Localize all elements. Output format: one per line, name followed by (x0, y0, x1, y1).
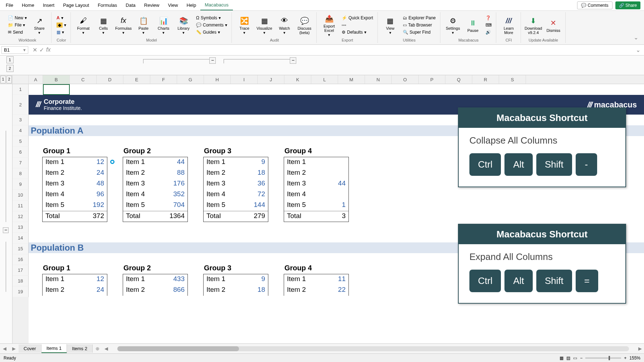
download-button[interactable]: ⬇Download v9.2.4 (525, 15, 542, 35)
col-E[interactable]: E (123, 75, 150, 84)
row-17[interactable]: 17 (13, 265, 29, 276)
paste-button[interactable]: 📋Paste▾ (135, 15, 152, 35)
dismiss-button[interactable]: ✕Dismiss (545, 18, 562, 33)
col-K[interactable]: K (284, 75, 311, 84)
col-P[interactable]: P (419, 75, 445, 84)
export-excel-button[interactable]: 📤Export Excel▾ (320, 13, 338, 37)
cells-button[interactable]: ▦Cells▾ (94, 15, 112, 35)
hscroll-right[interactable]: ▶ (636, 346, 644, 351)
col-D[interactable]: D (97, 75, 123, 84)
outline-collapse-1[interactable]: − (209, 57, 216, 64)
row-13[interactable]: 13 (13, 222, 29, 233)
send-button[interactable]: ✉ Send (6, 29, 28, 35)
tab-nav-next[interactable]: ▶ (9, 346, 19, 351)
explorer-pane[interactable]: 🗂 Explorer Pane (401, 15, 437, 21)
ribbon-collapse-icon[interactable]: ⌄ (631, 32, 640, 43)
formula-input[interactable] (53, 47, 632, 53)
row-ol-2[interactable]: 2 (6, 76, 12, 83)
row-12[interactable]: 12 (13, 211, 29, 222)
visualize-button[interactable]: ▦Visualize▾ (255, 15, 273, 35)
row-ol-collapse[interactable]: − (3, 227, 9, 233)
zoom-out-icon[interactable]: − (580, 356, 582, 361)
col-A[interactable]: A (29, 75, 43, 84)
comments-button[interactable]: 💬 Comments (577, 1, 612, 9)
help-icon[interactable]: ❓ (484, 15, 493, 21)
guides-button[interactable]: 📏 Guides ▾ (195, 29, 229, 35)
horizontal-scrollbar[interactable] (117, 346, 629, 351)
col-I[interactable]: I (231, 75, 258, 84)
tab-home[interactable]: Home (18, 0, 39, 10)
row-10[interactable]: 10 (13, 190, 29, 201)
tab-view[interactable]: View (164, 0, 182, 10)
font-color[interactable]: A ▾ (55, 15, 68, 21)
share-button[interactable]: 🔗 Share (615, 1, 640, 9)
row-ol-1[interactable]: 1 (0, 76, 6, 83)
add-sheet-icon[interactable]: ⊕ (93, 346, 102, 351)
col-N[interactable]: N (365, 75, 392, 84)
tab-data[interactable]: Data (121, 0, 140, 10)
row-9[interactable]: 9 (13, 179, 29, 190)
tab-review[interactable]: Review (140, 0, 164, 10)
row-2[interactable]: 2 (13, 95, 29, 115)
col-C[interactable]: C (70, 75, 97, 84)
sound-icon[interactable]: 🔊 (484, 29, 493, 35)
fx-icon[interactable]: fx (46, 47, 50, 53)
share-big-button[interactable]: ↗Share▾ (30, 15, 48, 35)
view-page-icon[interactable]: ▤ (566, 356, 570, 361)
tab-browser[interactable]: ▭ Tab Browser (401, 22, 437, 28)
watch-button[interactable]: 👁Watch▾ (275, 15, 293, 35)
col-S[interactable]: S (499, 75, 526, 84)
keyboard-icon[interactable]: ⌨ (484, 22, 493, 28)
row-6[interactable]: 6 (13, 147, 29, 158)
col-outline-1[interactable]: 1 (6, 56, 14, 63)
col-M[interactable]: M (338, 75, 365, 84)
zoom-in-icon[interactable]: + (624, 356, 626, 361)
charts-button[interactable]: 📊Charts▾ (155, 15, 172, 35)
col-R[interactable]: R (472, 75, 499, 84)
row-1[interactable]: 1 (13, 84, 29, 95)
view-break-icon[interactable]: ▭ (573, 356, 577, 361)
col-Q[interactable]: Q (445, 75, 472, 84)
new-button[interactable]: 📄 New ▾ (6, 15, 28, 21)
col-H[interactable]: H (204, 75, 231, 84)
library-button[interactable]: 📚Library▾ (175, 15, 192, 35)
quick-export[interactable]: ⚡ Quick Export (340, 15, 375, 21)
hscroll-thumb[interactable] (117, 346, 239, 351)
border-color[interactable]: ▦ ▾ (55, 29, 68, 35)
trace-button[interactable]: 🔀Trace▾ (235, 15, 253, 35)
col-L[interactable]: L (311, 75, 338, 84)
row-5[interactable]: 5 (13, 136, 29, 147)
col-outline-2[interactable]: 2 (6, 65, 14, 72)
active-cell[interactable] (43, 84, 70, 95)
super-find[interactable]: 🔍 Super Find (401, 29, 437, 35)
tab-file[interactable]: File (1, 0, 18, 10)
zoom-slider[interactable] (585, 357, 621, 359)
tab-help[interactable]: Help (182, 0, 200, 10)
col-O[interactable]: O (392, 75, 419, 84)
col-J[interactable]: J (258, 75, 284, 84)
row-14[interactable]: 14 (13, 233, 29, 243)
format-button[interactable]: 🖌Format▾ (74, 15, 92, 35)
tab-macabacus[interactable]: Macabacus (200, 0, 233, 10)
symbols-button[interactable]: Ω Symbols ▾ (195, 15, 229, 21)
learn-more-button[interactable]: ///Learn More (500, 15, 518, 35)
sheet-tab-cover[interactable]: Cover (19, 344, 42, 353)
formula-expand-icon[interactable]: ⌄ (632, 47, 644, 53)
row-7[interactable]: 7 (13, 158, 29, 168)
zoom-level[interactable]: 155% (629, 356, 640, 361)
sheet-tab-items1[interactable]: Items 1 (42, 344, 67, 353)
cancel-icon[interactable]: ✕ (33, 47, 37, 53)
col-F[interactable]: F (150, 75, 177, 84)
row-15[interactable]: 15 (13, 243, 29, 254)
tab-formulas[interactable]: Formulas (93, 0, 121, 10)
comments-button2[interactable]: 💬 Comments ▾ (195, 22, 229, 28)
file-button[interactable]: 📁 File ▾ (6, 22, 28, 28)
row-8[interactable]: 8 (13, 168, 29, 179)
tab-pagelayout[interactable]: Page Layout (59, 0, 93, 10)
hscroll-left[interactable]: ◀ (102, 346, 110, 351)
row-18[interactable]: 18 (13, 276, 29, 286)
formulas-button[interactable]: fxFormulas▾ (114, 15, 132, 35)
pause-button[interactable]: ⏸Pause (464, 18, 482, 33)
row-19[interactable]: 19 (13, 286, 29, 297)
discuss-button[interactable]: 💬Discuss (beta) (296, 15, 313, 35)
